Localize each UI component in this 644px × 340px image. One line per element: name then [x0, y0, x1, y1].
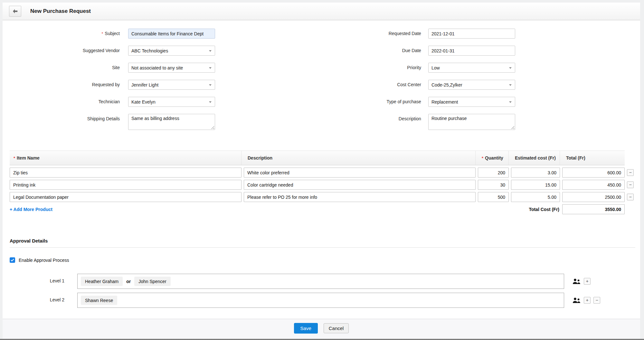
page-header: New Purchase Request	[3, 3, 640, 20]
or-separator: or	[126, 279, 131, 284]
page-title: New Purchase Request	[30, 8, 91, 14]
item-quantity-cell[interactable]: 200	[478, 168, 509, 178]
required-marker: *	[482, 156, 483, 161]
approval-details-section: Approval Details Enable Approval Process…	[10, 238, 635, 312]
remove-row-button[interactable]: −	[627, 194, 634, 200]
item-name-cell[interactable]: Zip ties	[10, 168, 242, 178]
due-date-label: Due Date	[325, 46, 421, 56]
approval-levels: Level 1 Heather Graham or John Spencer	[10, 274, 635, 308]
chevron-down-icon	[509, 67, 512, 69]
cost-center-select[interactable]: Code-25,Zylker	[428, 80, 515, 90]
col-quantity: *Quantity	[478, 151, 509, 165]
remove-level-button[interactable]: −	[593, 297, 600, 304]
select-users-icon[interactable]	[573, 279, 581, 284]
technician-label: Technician	[3, 97, 120, 107]
cancel-button[interactable]: Cancel	[324, 323, 349, 333]
table-row: Printing ink Color cartridge needed 30 1…	[10, 180, 635, 190]
field-suggested-vendor: Suggested Vendor ABC Technologies	[3, 46, 325, 56]
col-description: Description	[244, 151, 476, 165]
back-button[interactable]	[9, 6, 21, 17]
suggested-vendor-select[interactable]: ABC Technologies	[128, 46, 215, 56]
arrow-left-icon	[13, 9, 18, 14]
enable-approval-checkbox[interactable]	[10, 257, 15, 263]
add-level-button[interactable]: +	[584, 278, 591, 285]
item-description-cell[interactable]: White color preferred	[244, 168, 476, 178]
requested-by-select[interactable]: Jennifer Light	[128, 80, 215, 90]
cost-center-label: Cost Center	[325, 80, 421, 90]
shipping-details-textarea[interactable]: Same as billing address	[128, 114, 215, 130]
description-textarea[interactable]: Routine purchase	[428, 114, 515, 130]
item-name-cell[interactable]: Printing ink	[10, 180, 242, 190]
enable-approval-label: Enable Approval Process	[19, 258, 69, 263]
approver-chip[interactable]: Shawn Reese	[81, 296, 117, 305]
due-date-input[interactable]	[428, 46, 515, 56]
item-quantity-cell[interactable]: 500	[478, 192, 509, 202]
level-2-actions: + −	[573, 293, 600, 308]
approval-details-heading: Approval Details	[10, 238, 635, 244]
field-due-date: Due Date	[325, 46, 640, 56]
remove-row-button[interactable]: −	[627, 169, 634, 176]
technician-value: Kate Evelyn	[131, 99, 156, 105]
priority-select[interactable]: Low	[428, 63, 515, 73]
new-purchase-request-page: New Purchase Request *Subject Suggested …	[3, 3, 640, 339]
field-subject: *Subject	[3, 29, 325, 39]
site-value: Not associated to any site	[131, 65, 183, 70]
purchase-request-form: *Subject Suggested Vendor ABC Technologi…	[3, 20, 640, 137]
total-cost-value: 3550.00	[562, 204, 625, 214]
chevron-down-icon	[509, 84, 512, 86]
total-cost-label: Total Cost (Fr)	[511, 207, 560, 212]
item-total-cell[interactable]: 600.00	[562, 168, 625, 178]
requested-by-label: Requested by	[3, 80, 120, 90]
technician-select[interactable]: Kate Evelyn	[128, 97, 215, 107]
level-2-approvers-box[interactable]: Shawn Reese	[77, 293, 564, 308]
item-quantity-cell[interactable]: 30	[478, 180, 509, 190]
requested-date-input[interactable]	[428, 29, 515, 39]
required-marker: *	[14, 156, 15, 161]
form-right-column: Requested Date Due Date Priority Low Cos…	[325, 29, 640, 137]
priority-value: Low	[431, 65, 440, 70]
chevron-down-icon	[209, 101, 212, 103]
site-select[interactable]: Not associated to any site	[128, 63, 215, 73]
field-type-of-purchase: Type of purchase Replacement	[325, 97, 640, 107]
col-total: Total (Fr)	[562, 151, 625, 165]
description-label: Description	[325, 114, 421, 130]
select-users-icon[interactable]	[573, 298, 581, 303]
chevron-down-icon	[509, 101, 512, 103]
item-description-cell[interactable]: Please refer to PO 25 for more info	[244, 192, 476, 202]
requested-by-value: Jennifer Light	[131, 82, 158, 87]
table-row: Legal Documentation paper Please refer t…	[10, 192, 635, 202]
check-icon	[11, 259, 14, 262]
item-estimated-cost-cell[interactable]: 3.00	[511, 168, 560, 178]
field-shipping-details: Shipping Details Same as billing address	[3, 114, 325, 130]
item-description-cell[interactable]: Color cartridge needed	[244, 180, 476, 190]
remove-row-button[interactable]: −	[627, 181, 634, 188]
col-estimated-cost: Estimated cost (Fr)	[511, 151, 560, 165]
level-1-approvers-box[interactable]: Heather Graham or John Spencer	[77, 274, 564, 289]
subject-input[interactable]	[128, 29, 215, 39]
field-site: Site Not associated to any site	[3, 63, 325, 73]
approver-chip[interactable]: John Spencer	[134, 277, 170, 286]
window-bottom-edge	[0, 339, 644, 340]
type-of-purchase-value: Replacement	[431, 99, 458, 105]
save-button[interactable]: Save	[294, 323, 318, 334]
site-label: Site	[3, 63, 120, 73]
item-estimated-cost-cell[interactable]: 15.00	[511, 180, 560, 190]
chevron-down-icon	[209, 67, 212, 69]
subject-label: *Subject	[3, 29, 120, 39]
type-of-purchase-label: Type of purchase	[325, 97, 421, 107]
items-table: *Item Name Description *Quantity Estimat…	[10, 151, 635, 214]
item-total-cell[interactable]: 2500.00	[562, 192, 625, 202]
chevron-down-icon	[209, 50, 212, 52]
item-estimated-cost-cell[interactable]: 5.00	[511, 192, 560, 202]
field-description: Description Routine purchase	[325, 114, 640, 130]
enable-approval-row: Enable Approval Process	[10, 257, 635, 263]
field-priority: Priority Low	[325, 63, 640, 73]
approver-chip[interactable]: Heather Graham	[81, 277, 123, 286]
item-total-cell[interactable]: 450.00	[562, 180, 625, 190]
item-name-cell[interactable]: Legal Documentation paper	[10, 192, 242, 202]
add-more-product-link[interactable]: + Add More Product	[10, 207, 52, 212]
items-table-header: *Item Name Description *Quantity Estimat…	[10, 151, 625, 165]
table-row: Zip ties White color preferred 200 3.00 …	[10, 168, 635, 178]
type-of-purchase-select[interactable]: Replacement	[428, 97, 515, 107]
add-level-button[interactable]: +	[584, 297, 591, 304]
